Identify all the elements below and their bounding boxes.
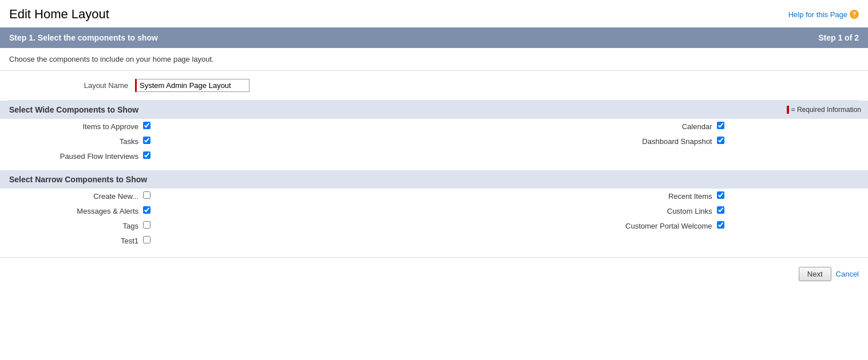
required-info-text: = Required Information <box>791 106 861 114</box>
narrow-left-check-3[interactable] <box>141 218 158 233</box>
help-icon: ? <box>850 10 859 19</box>
narrow-left-check-1[interactable] <box>141 189 158 203</box>
step-title: Step 1. Select the components to show <box>9 33 158 42</box>
calendar-checkbox[interactable] <box>717 122 724 129</box>
narrow-section-title: Select Narrow Components to Show <box>9 175 147 184</box>
required-info: = Required Information <box>787 106 861 114</box>
wide-row-3: Paused Flow Interviews <box>9 149 859 163</box>
narrow-right-label-3: Customer Portal Welcome <box>583 218 715 233</box>
wide-left-label-2: Tasks <box>9 134 141 149</box>
step-indicator: Step 1 of 2 <box>818 33 859 42</box>
create-new-checkbox[interactable] <box>143 191 150 199</box>
dashboard-snapshot-checkbox[interactable] <box>717 137 724 144</box>
wide-right-check-2[interactable] <box>715 134 732 149</box>
wide-components-table: Items to Approve Calendar Tasks <box>9 119 859 163</box>
items-to-approve-checkbox[interactable] <box>143 122 150 129</box>
narrow-section-header: Select Narrow Components to Show <box>0 170 868 189</box>
required-bar <box>787 106 789 114</box>
next-button[interactable]: Next <box>799 267 831 281</box>
footer: Next Cancel <box>0 257 868 290</box>
narrow-right-label-2: Custom Links <box>583 203 715 218</box>
narrow-left-label-2: Messages & Alerts <box>9 203 141 218</box>
test1-checkbox[interactable] <box>143 236 150 243</box>
wide-section-title: Select Wide Components to Show <box>9 105 138 114</box>
wide-left-check-2[interactable] <box>141 134 158 149</box>
layout-name-row: Layout Name <box>9 71 859 101</box>
page-wrapper: Edit Home Layout Help for this Page ? St… <box>0 0 868 360</box>
recent-items-checkbox[interactable] <box>717 191 724 199</box>
wide-left-check-1[interactable] <box>141 119 158 134</box>
narrow-right-label-1: Recent Items <box>583 189 715 203</box>
narrow-left-check-4[interactable] <box>141 233 158 248</box>
layout-name-input[interactable] <box>135 79 249 92</box>
narrow-right-check-3[interactable] <box>715 218 732 233</box>
narrow-left-label-1: Create New... <box>9 189 141 203</box>
step-description: Choose the components to include on your… <box>0 48 868 71</box>
wide-left-label-3: Paused Flow Interviews <box>9 149 141 163</box>
narrow-row-2: Messages & Alerts Custom Links <box>9 203 859 218</box>
tasks-checkbox[interactable] <box>143 137 150 144</box>
narrow-right-check-1[interactable] <box>715 189 732 203</box>
help-link-text: Help for this Page <box>788 10 847 19</box>
customer-portal-welcome-checkbox[interactable] <box>717 221 724 229</box>
wide-section-header: Select Wide Components to Show = Require… <box>0 101 868 119</box>
narrow-right-check-2[interactable] <box>715 203 732 218</box>
narrow-components-table: Create New... Recent Items Messages & Al… <box>9 189 859 248</box>
help-link[interactable]: Help for this Page ? <box>788 10 859 19</box>
page-header: Edit Home Layout Help for this Page ? <box>0 0 868 27</box>
wide-left-check-3[interactable] <box>141 149 158 163</box>
narrow-row-4: Test1 <box>9 233 859 248</box>
custom-links-checkbox[interactable] <box>717 206 724 214</box>
wide-right-label-2: Dashboard Snapshot <box>583 134 715 149</box>
narrow-left-check-2[interactable] <box>141 203 158 218</box>
messages-alerts-checkbox[interactable] <box>143 206 150 214</box>
wide-right-check-1[interactable] <box>715 119 732 134</box>
main-content: Layout Name Select Wide Components to Sh… <box>0 71 868 248</box>
wide-right-label-1: Calendar <box>583 119 715 134</box>
tags-checkbox[interactable] <box>143 221 150 229</box>
paused-flow-checkbox[interactable] <box>143 151 150 159</box>
wide-row-2: Tasks Dashboard Snapshot <box>9 134 859 149</box>
layout-name-label: Layout Name <box>9 81 135 90</box>
wide-left-label-1: Items to Approve <box>9 119 141 134</box>
page-title: Edit Home Layout <box>9 7 109 22</box>
step-header: Step 1. Select the components to show St… <box>0 27 868 48</box>
narrow-left-label-3: Tags <box>9 218 141 233</box>
wide-row-1: Items to Approve Calendar <box>9 119 859 134</box>
narrow-row-1: Create New... Recent Items <box>9 189 859 203</box>
narrow-row-3: Tags Customer Portal Welcome <box>9 218 859 233</box>
cancel-button[interactable]: Cancel <box>836 270 859 278</box>
narrow-left-label-4: Test1 <box>9 233 141 248</box>
